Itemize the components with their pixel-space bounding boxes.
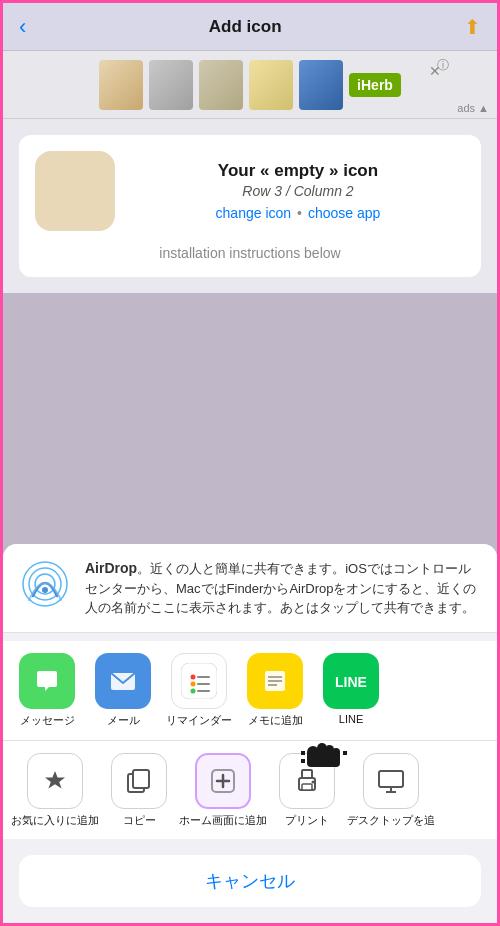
airdrop-text: AirDrop。近くの人と簡単に共有できます。iOSではコントロールセンターから…: [85, 558, 481, 618]
app-icon-line[interactable]: LINE LINE: [315, 653, 387, 728]
ads-label: ads ▲: [457, 102, 489, 114]
reminders-icon: [171, 653, 227, 709]
add-home-icon: [195, 753, 251, 809]
share-sheet: AirDrop。近くの人と簡単に共有できます。iOSではコントロールセンターから…: [3, 544, 497, 923]
svg-rect-7: [181, 663, 217, 699]
action-icon-bookmark[interactable]: お気に入りに追加: [11, 753, 99, 827]
svg-marker-21: [45, 771, 65, 789]
back-button[interactable]: ‹: [19, 14, 26, 40]
app-icon-notes[interactable]: メモに追加: [239, 653, 311, 728]
icon-card-inner: Your « empty » icon Row 3 / Column 2 cha…: [35, 151, 465, 231]
svg-rect-31: [379, 771, 403, 787]
ad-products: iHerb: [11, 60, 489, 110]
empty-icon-placeholder: [35, 151, 115, 231]
airdrop-description: 。近くの人と簡単に共有できます。iOSではコントロールセンターから、MacではF…: [85, 561, 476, 616]
svg-rect-23: [133, 770, 149, 788]
ad-product-4: [249, 60, 293, 110]
line-icon: LINE: [323, 653, 379, 709]
icon-links: change icon • choose app: [131, 205, 465, 221]
main-content: Your « empty » icon Row 3 / Column 2 cha…: [3, 119, 497, 293]
ad-close-button[interactable]: ✕: [429, 63, 441, 79]
svg-point-3: [42, 587, 48, 593]
svg-point-8: [191, 674, 196, 679]
action-icon-desktop[interactable]: デスクトップを追: [347, 753, 435, 827]
line-label: LINE: [339, 713, 363, 725]
add-home-label: ホーム画面に追加: [179, 813, 267, 827]
icon-info: Your « empty » icon Row 3 / Column 2 cha…: [131, 161, 465, 221]
ad-product-1: [99, 60, 143, 110]
copy-label: コピー: [123, 813, 156, 827]
svg-point-12: [191, 688, 196, 693]
share-button[interactable]: ⬆: [464, 15, 481, 39]
choose-app-link[interactable]: choose app: [308, 205, 380, 221]
notes-label: メモに追加: [248, 713, 303, 728]
svg-rect-29: [302, 784, 312, 790]
change-icon-link[interactable]: change icon: [216, 205, 292, 221]
mail-label: メール: [107, 713, 140, 728]
cancel-section: キャンセル: [3, 839, 497, 923]
page-title: Add icon: [209, 17, 282, 37]
messages-label: メッセージ: [20, 713, 75, 728]
install-instructions: installation instructions below: [159, 245, 340, 261]
ad-product-5: [299, 60, 343, 110]
icon-card: Your « empty » icon Row 3 / Column 2 cha…: [19, 135, 481, 277]
app-icons-row: メッセージ メール: [3, 641, 497, 741]
desktop-label: デスクトップを追: [347, 813, 435, 827]
airdrop-section: AirDrop。近くの人と簡単に共有できます。iOSではコントロールセンターから…: [3, 544, 497, 633]
iherb-badge[interactable]: iHerb: [349, 73, 401, 97]
app-icon-reminders[interactable]: リマインダー: [163, 653, 235, 728]
ad-banner: iHerb ⓘ ✕ ads ▲: [3, 51, 497, 119]
svg-rect-28: [302, 770, 312, 778]
icon-subtitle: Row 3 / Column 2: [131, 183, 465, 199]
ad-product-2: [149, 60, 193, 110]
bookmark-label: お気に入りに追加: [11, 813, 99, 827]
bookmark-icon: [27, 753, 83, 809]
messages-icon: [19, 653, 75, 709]
mail-icon: [95, 653, 151, 709]
icon-title: Your « empty » icon: [131, 161, 465, 181]
action-icons-row: お気に入りに追加 コピー ホーム画面に追加: [3, 741, 497, 839]
nav-bar: ‹ Add icon ⬆: [3, 3, 497, 51]
link-separator: •: [297, 205, 302, 221]
app-icon-messages[interactable]: メッセージ: [11, 653, 83, 728]
ad-info: ⓘ ✕: [437, 57, 449, 74]
airdrop-icon: [19, 558, 71, 610]
svg-point-30: [312, 780, 315, 783]
desktop-icon: [363, 753, 419, 809]
copy-icon: [111, 753, 167, 809]
action-icon-copy[interactable]: コピー: [103, 753, 175, 827]
ad-product-3: [199, 60, 243, 110]
print-icon: [279, 753, 335, 809]
airdrop-title: AirDrop: [85, 560, 137, 576]
cancel-button[interactable]: キャンセル: [19, 855, 481, 907]
svg-point-10: [191, 681, 196, 686]
app-icon-mail[interactable]: メール: [87, 653, 159, 728]
action-icon-add-home[interactable]: ホーム画面に追加: [179, 753, 267, 827]
action-icon-print[interactable]: プリント: [271, 753, 343, 827]
notes-icon: [247, 653, 303, 709]
cancel-button-label: キャンセル: [205, 871, 295, 891]
print-label: プリント: [285, 813, 329, 827]
reminders-label: リマインダー: [166, 713, 232, 728]
svg-text:LINE: LINE: [335, 674, 367, 690]
